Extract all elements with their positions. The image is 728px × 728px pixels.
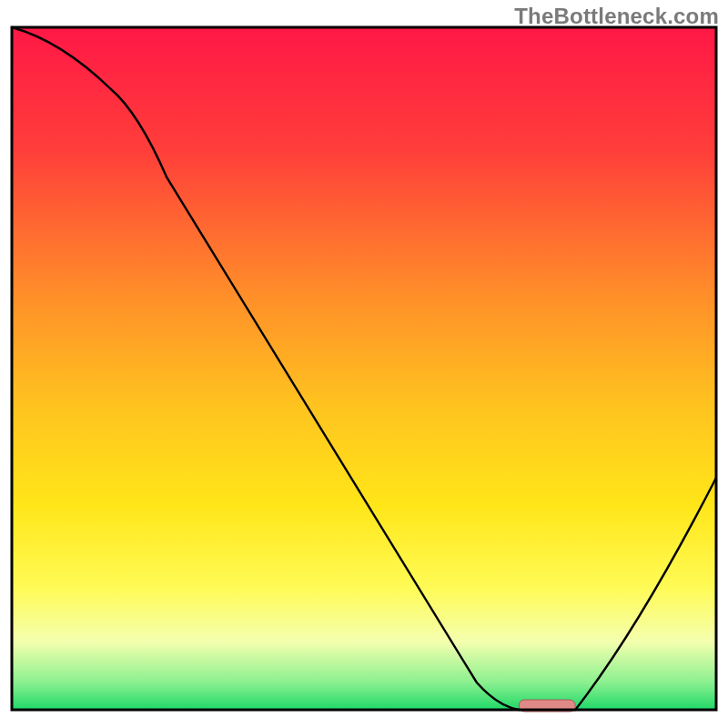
chart-stage: TheBottleneck.com xyxy=(0,0,728,728)
chart-svg xyxy=(0,0,728,728)
watermark-text: TheBottleneck.com xyxy=(514,4,719,29)
plot-background xyxy=(12,27,716,710)
